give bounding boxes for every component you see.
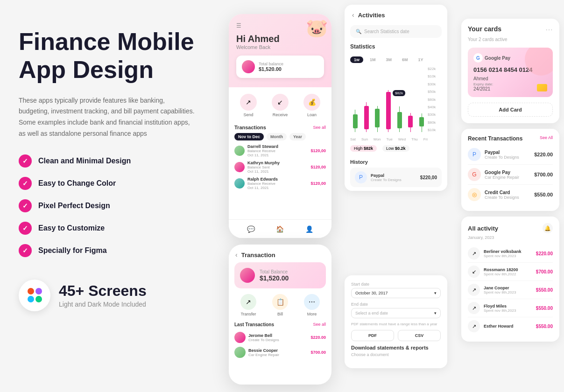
balance-info: Total balance $1,520.00 [259, 62, 283, 72]
screens-badge: 45+ Screens Light and Dark Mode Included [19, 280, 215, 311]
time-1y[interactable]: 1Y [415, 56, 427, 63]
bank-card: G Google Pay 0156 0214 8454 0124 Ahmed E… [468, 48, 553, 97]
action-send[interactable]: ↗ Send [240, 94, 257, 117]
figma-logo [19, 280, 50, 311]
balance-card: Total balance $1,520.00 [236, 56, 324, 78]
cards-sub: Your 2 cards active [468, 37, 553, 42]
start-date-row: Start date October 30, 2017 ▾ [351, 282, 441, 298]
history-title: History [350, 159, 442, 165]
last-txn-info-1: Jerome Bell Create To Designs [248, 333, 310, 342]
activities-header: ‹ Activities [345, 5, 447, 25]
activity-row-2: ↙ Rossmann 18200 Spent nov 8th,2022 $700… [468, 263, 553, 281]
time-options: 1w 1M 3M 6M 1Y [350, 56, 442, 63]
history-section: History P Paypal Create To Designs $220,… [345, 159, 447, 191]
cards-title: Your cards [468, 25, 501, 33]
google-g-icon: G [473, 53, 483, 63]
activities-back-icon[interactable]: ‹ [352, 11, 354, 19]
bell-icon[interactable]: 🔔 [543, 223, 553, 233]
more-icon: ⋯ [304, 294, 320, 310]
rossmann-info: Rossmann 18200 Spent nov 8th,2022 [484, 267, 518, 276]
volksbank-icon: ↗ [468, 247, 480, 259]
pdf-button[interactable]: PDF [351, 330, 394, 341]
title-line2: App Design [19, 56, 154, 83]
left-panel: Finance Mobile App Design These apps typ… [19, 28, 215, 311]
recent-transactions-widget: Recent Transactions See All P Paypal Cre… [461, 129, 559, 211]
loan-icon: 💰 [303, 94, 320, 111]
balance-label: Total balance [259, 62, 283, 66]
google-pay-info: Google Pay Car Engine Repair [485, 170, 519, 180]
see-all-link[interactable]: See all [313, 125, 326, 130]
txn-row-1: Darrell Steward Balance Receive Oct 11, … [234, 144, 326, 157]
phone-mock-2: ‹ Transaction Total Balance $1,520.00 ↗ … [229, 245, 331, 385]
high-low-badges: High $82k Low $0.2k [350, 145, 442, 152]
time-6m[interactable]: 6M [398, 56, 412, 63]
check-icon-2 [19, 177, 32, 190]
more-options-icon[interactable]: ⋯ [545, 25, 553, 34]
high-badge: High $82k [350, 145, 377, 152]
last-txn-header: Last Transactions See all [229, 322, 331, 330]
time-1w[interactable]: 1w [350, 56, 363, 63]
floyd-info: Floyd Miles Spent nov 8th,2023 [484, 304, 516, 313]
all-activity-date: January, 2023 [468, 235, 553, 240]
candle-1 [353, 110, 358, 132]
last-txn-avatar-2 [234, 347, 246, 358]
more-action[interactable]: ⋯ More [304, 294, 320, 316]
search-bar[interactable]: 🔍 Search Statistics date [350, 25, 442, 38]
recent-txn-paypal: P Paypal Create To Designs $220.00 [468, 145, 553, 165]
nav-home-icon[interactable]: 🏠 [276, 225, 284, 233]
add-card-button[interactable]: Add Card [468, 103, 553, 117]
last-txn-row-2: Bessie Cooper Car Engine Repair $700.00 [229, 345, 331, 360]
welcome-text: Welcome Back [236, 44, 324, 50]
chevron-down-icon: ▾ [434, 291, 437, 295]
figma-dots [28, 288, 42, 302]
bill-icon: 📋 [272, 294, 288, 310]
csv-button[interactable]: CSV [398, 330, 441, 341]
screens-text: 45+ Screens Light and Dark Mode Included [59, 282, 147, 308]
download-title-area: Download statements & reports Choose a d… [351, 345, 441, 357]
start-date-input[interactable]: October 30, 2017 ▾ [351, 288, 441, 298]
recent-txn-google: G Google Pay Car Engine Repair $700.00 [468, 165, 553, 185]
paypal-info: Paypal Create To Designs [485, 150, 519, 160]
piggy-decoration: 🐷 [306, 18, 328, 38]
time-1m[interactable]: 1M [366, 56, 380, 63]
features-list: Clean and Minimal Design Easy to Change … [19, 154, 215, 257]
screens-subtitle: Light and Dark Mode Included [59, 301, 147, 308]
tab-nov-dec[interactable]: Nov to Dec [234, 133, 264, 140]
candle-6 [408, 113, 413, 132]
low-badge: Low $0.2k [382, 145, 409, 152]
bill-action[interactable]: 📋 Bill [272, 294, 288, 316]
txn-row-3: Ralph Edwards Balance Receive Oct 11, 20… [234, 177, 326, 190]
txn-row-2: Kathryn Murphy Balance Sent Oct 11, 2021… [234, 161, 326, 174]
floyd-icon: ↗ [468, 302, 480, 314]
nav-chat-icon[interactable]: 💬 [247, 225, 255, 233]
feature-item-5: Specially for Figma [19, 244, 215, 257]
x-axis-labels: SatSunMonTueWedThuFri [350, 137, 428, 141]
back-button[interactable]: ‹ [235, 251, 238, 259]
end-date-input[interactable]: Select a end date ▾ [351, 308, 441, 318]
activity-row-4: ↗ Floyd Miles Spent nov 8th,2023 $550.00 [468, 299, 553, 317]
candles-area: $82k [350, 67, 427, 132]
stats-title: Statistics [350, 43, 375, 50]
txn-avatar-1 [234, 146, 245, 156]
action-loan[interactable]: 💰 Loan [303, 94, 320, 117]
transactions-title: Transactions [234, 125, 266, 130]
esther-icon: ↗ [468, 320, 480, 332]
recent-see-all[interactable]: See All [540, 135, 553, 140]
nav-profile-icon[interactable]: 👤 [305, 225, 313, 233]
time-3m[interactable]: 3M [382, 56, 396, 63]
right-panel: Your cards ⋯ Your 2 cards active G Googl… [461, 19, 559, 342]
action-receive[interactable]: ↙ Receive [272, 94, 289, 117]
tab-year[interactable]: Year [289, 133, 306, 140]
candle-5 [397, 106, 402, 132]
candlestick-chart: $22k$10k$30k$50k$60k$40k$30k$80k$10k [350, 67, 442, 141]
cards-header: Your cards ⋯ [468, 25, 553, 34]
balance-amount: $1,520.00 [259, 66, 283, 72]
stats-header: Statistics [350, 43, 442, 54]
statistics-section: Statistics 1w 1M 3M 6M 1Y $22k$10k$30k$5… [345, 43, 447, 159]
menu-icon: ☰ [236, 22, 241, 29]
tab-month[interactable]: Month [267, 133, 287, 140]
total-balance-card: Total Balance $1,520.00 [234, 262, 326, 288]
user-avatar [242, 60, 255, 73]
transfer-action[interactable]: ↗ Transfer [240, 294, 256, 316]
expiry-value: 24/2021 [473, 86, 547, 91]
